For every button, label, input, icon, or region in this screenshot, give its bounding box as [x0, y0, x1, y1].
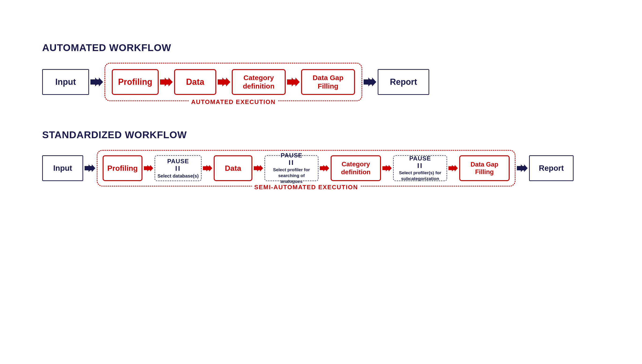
arrow-4 [287, 78, 300, 86]
standardized-workflow-row: Input Profiling [42, 150, 600, 186]
std-pause2-box: PAUSE II Select profiler forsearching of… [264, 155, 318, 181]
std-profiling-box: Profiling [103, 155, 142, 181]
std-catdef-box: Categorydefinition [330, 155, 381, 181]
automated-workflow-row: Input Profiling [42, 63, 600, 101]
std-arrow-8 [517, 164, 528, 172]
auto-report-box: Report [378, 69, 429, 95]
std-report-box: Report [529, 155, 574, 181]
auto-dashed-container: Profiling Data [104, 63, 362, 101]
std-arrow-1 [84, 164, 95, 172]
std-arrow-2 [144, 164, 153, 172]
std-data-box: Data [214, 155, 252, 181]
std-arrow-6 [382, 164, 392, 172]
standardized-workflow-section: STANDARDIZED WORKFLOW Input Profiling [42, 129, 600, 186]
arrow-5 [364, 78, 376, 86]
std-arrow-4 [254, 164, 263, 172]
auto-catdef-box: Categorydefinition [232, 69, 286, 95]
arrow-1 [90, 78, 103, 86]
std-pause1-box: PAUSE II Select database(s) [155, 155, 202, 181]
std-dashed-container: Profiling PAUSE II Select database(s) [97, 150, 516, 186]
std-pause3-box: PAUSE II Select profiler(s) forsubcatego… [393, 155, 447, 181]
auto-profiling-box: Profiling [112, 69, 159, 95]
std-arrow-3 [203, 164, 212, 172]
automated-workflow-section: AUTOMATED WORKFLOW Input Profiling [42, 42, 600, 101]
auto-datagap-box: Data GapFilling [301, 69, 355, 95]
auto-data-box: Data [174, 69, 216, 95]
std-datagap-box: Data GapFilling [459, 155, 510, 181]
arrow-3 [218, 78, 230, 86]
std-arrow-5 [320, 164, 329, 172]
standardized-title: STANDARDIZED WORKFLOW [42, 129, 600, 140]
automated-title: AUTOMATED WORKFLOW [42, 42, 600, 54]
std-arrow-7 [448, 164, 458, 172]
std-dashed-label: SEMI-AUTOMATED EXECUTION [252, 184, 360, 191]
auto-dashed-label: AUTOMATED EXECUTION [189, 98, 278, 106]
std-input-box: Input [42, 155, 83, 181]
auto-input-box: Input [42, 69, 89, 95]
arrow-2 [160, 78, 173, 86]
